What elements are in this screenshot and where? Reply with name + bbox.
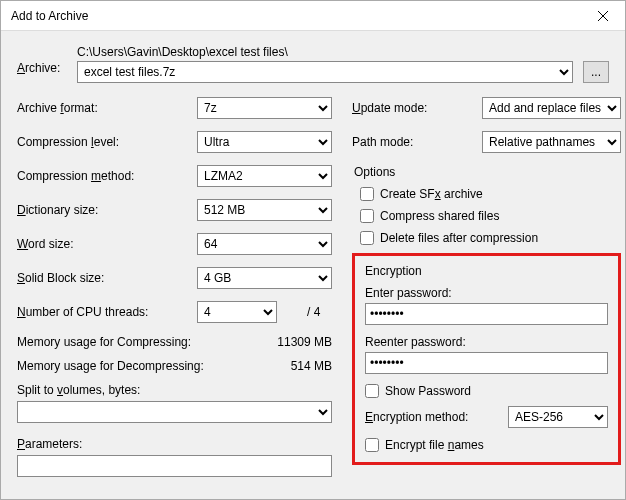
memory-compress-value: 11309 MB (277, 335, 332, 349)
options-title: Options (352, 165, 621, 179)
reenter-password-label: Reenter password: (365, 335, 608, 349)
compression-method-select[interactable]: LZMA2 (197, 165, 332, 187)
close-button[interactable] (580, 1, 625, 31)
cpu-threads-select[interactable]: 4 (197, 301, 277, 323)
dialog-content: Archive: C:\Users\Gavin\Desktop\excel te… (1, 31, 625, 499)
compress-shared-checkbox[interactable] (360, 209, 374, 223)
titlebar: Add to Archive (1, 1, 625, 31)
split-volumes-select[interactable] (17, 401, 332, 423)
encrypt-filenames-checkbox[interactable] (365, 438, 379, 452)
enter-password-input[interactable] (365, 303, 608, 325)
close-icon (598, 11, 608, 21)
encryption-group: Encryption Enter password: Reenter passw… (352, 253, 621, 465)
delete-after-label: Delete files after compression (380, 231, 538, 245)
window-title: Add to Archive (11, 9, 88, 23)
archive-label: Archive: (17, 45, 77, 75)
add-to-archive-dialog: Add to Archive Archive: C:\Users\Gavin\D… (0, 0, 626, 500)
path-mode-label: Path mode: (352, 135, 482, 149)
memory-decompress-value: 514 MB (291, 359, 332, 373)
enter-password-label: Enter password: (365, 286, 608, 300)
compress-shared-label: Compress shared files (380, 209, 499, 223)
compression-level-select[interactable]: Ultra (197, 131, 332, 153)
encrypt-filenames-label: Encrypt file names (385, 438, 484, 452)
create-sfx-checkbox[interactable] (360, 187, 374, 201)
path-mode-select[interactable]: Relative pathnames (482, 131, 621, 153)
encryption-method-label: Encryption method: (365, 410, 508, 424)
word-size-label: Word size: (17, 237, 197, 251)
parameters-label: Parameters: (17, 437, 332, 451)
compression-method-label: Compression method: (17, 169, 197, 183)
delete-after-checkbox[interactable] (360, 231, 374, 245)
archive-path: C:\Users\Gavin\Desktop\excel test files\ (77, 45, 609, 59)
reenter-password-input[interactable] (365, 352, 608, 374)
archive-format-select[interactable]: 7z (197, 97, 332, 119)
solid-block-size-select[interactable]: 4 GB (197, 267, 332, 289)
memory-compress-label: Memory usage for Compressing: (17, 335, 191, 349)
split-volumes-label: Split to volumes, bytes: (17, 383, 332, 397)
word-size-select[interactable]: 64 (197, 233, 332, 255)
compression-level-label: Compression level: (17, 135, 197, 149)
dictionary-size-select[interactable]: 512 MB (197, 199, 332, 221)
parameters-input[interactable] (17, 455, 332, 477)
create-sfx-label: Create SFx archive (380, 187, 483, 201)
show-password-label: Show Password (385, 384, 471, 398)
solid-block-size-label: Solid Block size: (17, 271, 197, 285)
update-mode-label: Update mode: (352, 101, 482, 115)
encryption-title: Encryption (365, 264, 608, 278)
browse-button[interactable]: ... (583, 61, 609, 83)
cpu-threads-total: / 4 (307, 305, 320, 319)
archive-format-label: Archive format: (17, 101, 197, 115)
encryption-method-select[interactable]: AES-256 (508, 406, 608, 428)
ellipsis-icon: ... (591, 65, 601, 79)
show-password-checkbox[interactable] (365, 384, 379, 398)
dictionary-size-label: Dictionary size: (17, 203, 197, 217)
memory-decompress-label: Memory usage for Decompressing: (17, 359, 204, 373)
update-mode-select[interactable]: Add and replace files (482, 97, 621, 119)
archive-filename-select[interactable]: excel test files.7z (77, 61, 573, 83)
cpu-threads-label: Number of CPU threads: (17, 305, 197, 319)
